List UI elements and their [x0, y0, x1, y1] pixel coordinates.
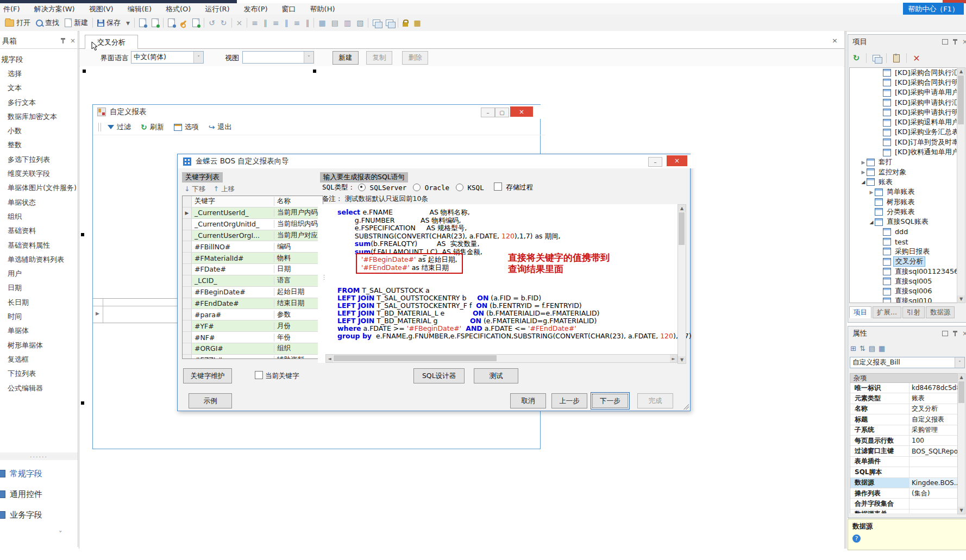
property-value[interactable] — [909, 467, 958, 477]
keyword-row[interactable]: #ORGI#组织 — [183, 343, 323, 355]
column-header[interactable]: 名称 — [274, 197, 323, 206]
delete-icon[interactable]: ✕ — [911, 52, 923, 64]
keyword-row[interactable]: #FMaterialId#物料 — [183, 253, 323, 264]
find-button[interactable]: 查找 — [33, 16, 62, 30]
layout-grid-button[interactable]: ▦ — [316, 16, 328, 30]
toolbox-item[interactable]: 复选框 — [8, 353, 76, 367]
tree-scrollbar[interactable]: ▲ ▼ — [957, 67, 965, 303]
selection-handle[interactable] — [313, 70, 316, 73]
property-value[interactable]: 自定义报表 — [909, 414, 958, 424]
property-value[interactable] — [909, 509, 958, 513]
keyword-row[interactable]: #YF#月份 — [183, 320, 323, 332]
property-grid[interactable]: 唯一标识kd84678dc5d89...元素类型账表名称交叉分析标题自定义报表子… — [850, 383, 958, 513]
form-edit-button[interactable] — [165, 16, 178, 30]
chevron-down-icon[interactable]: ˅ — [955, 357, 964, 368]
toolbox-item[interactable]: 多行文本 — [8, 96, 76, 110]
toolbox-item[interactable]: 下拉列表 — [8, 367, 76, 381]
lock-button[interactable] — [400, 16, 411, 30]
tree-item[interactable]: [KD]采购合同执行汇总... — [850, 68, 958, 78]
property-value[interactable]: 账表 — [909, 393, 958, 403]
menu-item[interactable]: 发布(P) — [244, 4, 268, 14]
pin-icon[interactable] — [955, 40, 956, 45]
menu-item[interactable]: 窗口 — [282, 4, 296, 14]
maximize-icon[interactable]: ▢ — [495, 108, 509, 117]
toolbox-item[interactable]: 小数 — [8, 124, 76, 138]
tab-order-button[interactable]: ▦ — [411, 16, 423, 30]
tree-item[interactable]: ◢直接SQL账表 — [850, 217, 958, 226]
tree-item[interactable]: 交叉分析 — [850, 257, 958, 267]
expand-arrow-icon[interactable]: ◢ — [860, 179, 867, 185]
menu-item[interactable]: 帮助(H) — [310, 4, 335, 14]
keyword-table[interactable]: 关键字名称▶_CurrentUserId_当前用户内码_CurrentOrgUn… — [182, 196, 323, 359]
move-up-button[interactable]: ↑ 上移 — [213, 185, 234, 194]
property-row[interactable]: 名称交叉分析 — [850, 404, 958, 414]
tree-item[interactable]: [KD]采购申请执行明细... — [850, 108, 958, 117]
选项-button[interactable]: 选项 — [174, 122, 199, 132]
property-row[interactable]: 过滤窗口主键BOS_SQLRepor... — [850, 446, 958, 456]
tree-item[interactable]: ▶监控对象 — [850, 167, 958, 177]
toolbox-item[interactable]: 树形单据体 — [8, 338, 76, 353]
toolbox-splitter[interactable]: ...... — [0, 452, 78, 460]
redo-button[interactable]: ↻ — [218, 16, 230, 30]
toolbox-item[interactable]: 整数 — [8, 138, 76, 152]
property-row[interactable]: 子系统采购管理 — [850, 425, 958, 436]
save-button[interactable]: 保存 — [95, 16, 123, 30]
menu-item[interactable]: 件(F) — [3, 4, 20, 14]
chevron-down-icon[interactable]: ˅ — [304, 52, 313, 63]
property-value[interactable] — [909, 499, 958, 508]
dialog-titlebar[interactable]: 金蝶云 BOS 自定义报表向导 — [178, 154, 695, 168]
panel-tab-active[interactable]: 项目 — [849, 306, 871, 318]
property-row[interactable]: 标题自定义报表 — [850, 414, 958, 425]
toolbox-item[interactable]: 单据体 — [8, 324, 76, 338]
sql-type-radio-ksql[interactable]: KSQL — [456, 184, 484, 192]
property-value[interactable]: 100 — [909, 436, 958, 445]
report-window-titlebar[interactable]: 自定义报表 — [93, 105, 544, 119]
keyword-row[interactable]: ▶_CurrentUserId_当前用户内码 — [183, 207, 323, 219]
close-icon[interactable]: × — [510, 106, 533, 117]
keyword-row[interactable]: #FBeginDate#起始日期 — [183, 287, 323, 298]
toolbox-item[interactable]: 单选辅助资料列表 — [8, 253, 76, 267]
events-icon[interactable]: ▦ — [879, 344, 885, 353]
ui-language-select[interactable]: 中文(简体) ˅ — [131, 51, 204, 64]
property-row[interactable]: 每页显示行数100 — [850, 436, 958, 446]
sample-button[interactable]: 示例 — [189, 393, 232, 408]
float-window-icon[interactable] — [942, 331, 948, 336]
close-icon[interactable]: × — [962, 331, 966, 336]
tree-item[interactable]: 分类账表 — [850, 207, 958, 217]
menu-item[interactable]: 视图(V) — [89, 4, 114, 14]
keyword-maintain-button[interactable]: 关键字维护 — [183, 368, 232, 383]
menu-item[interactable]: 解决方案(W) — [34, 4, 75, 14]
property-row[interactable]: 元素类型账表 — [850, 393, 958, 404]
expand-arrow-icon[interactable]: ◢ — [868, 219, 875, 225]
tree-item[interactable]: [KD]采购申请执行汇总... — [850, 98, 958, 108]
toolbox-item[interactable]: 日期 — [8, 281, 76, 295]
toolbox-item[interactable]: 长日期 — [8, 295, 76, 310]
alphabetical-icon[interactable]: ⇅ — [860, 344, 865, 353]
toolbox-item[interactable]: 基础资料 — [8, 224, 76, 238]
same-height-button[interactable]: ≡ — [291, 16, 303, 30]
close-icon[interactable]: × — [70, 38, 76, 43]
spacing-h-button[interactable]: ▥ — [341, 16, 354, 30]
form-info-button[interactable] — [149, 16, 161, 30]
property-row[interactable]: SQL脚本 — [850, 467, 958, 477]
toolbox-item[interactable]: 基础资料属性 — [8, 238, 76, 253]
退出-button[interactable]: ↪退出 — [209, 122, 232, 132]
new-button[interactable]: 新建 — [62, 16, 91, 30]
tree-item[interactable]: 直接sql001123456 — [850, 267, 958, 276]
property-pages-icon[interactable]: ▤ — [869, 344, 875, 353]
tree-item[interactable]: ddd — [850, 227, 958, 237]
move-down-button[interactable]: ↓ 下移 — [184, 185, 205, 194]
tree-item[interactable]: 直接sql010 — [850, 297, 958, 303]
same-width-button[interactable]: ∥ — [282, 16, 291, 30]
property-value[interactable]: (集合) — [909, 488, 958, 498]
tree-item[interactable]: test — [850, 237, 958, 247]
toolbox-item[interactable]: 多选下拉列表 — [8, 153, 76, 167]
tree-item[interactable]: [KD]订单到货及时率报... — [850, 137, 958, 147]
selection-handle[interactable] — [81, 401, 84, 405]
menu-item[interactable]: 编辑(E) — [128, 4, 152, 14]
tree-item[interactable]: [KD]采购业务汇总表参数 — [850, 128, 958, 137]
delete-button[interactable]: × — [234, 16, 246, 30]
tree-item[interactable]: [KD]采购退料单用户参数 — [850, 117, 958, 127]
tree-item[interactable]: [KD]收料通知单用户参数 — [850, 147, 958, 157]
delete-button[interactable]: 删除 — [402, 51, 428, 65]
